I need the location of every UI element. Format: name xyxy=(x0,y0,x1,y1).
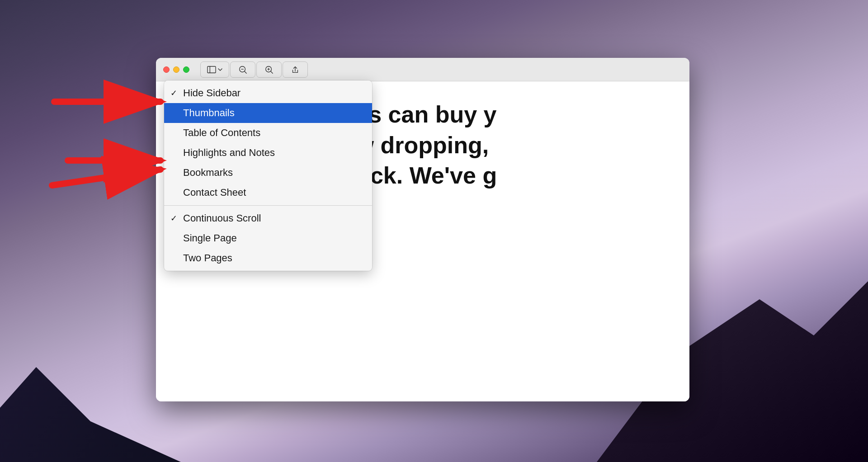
svg-rect-0 xyxy=(208,66,216,73)
zoom-in-button[interactable] xyxy=(256,61,282,78)
toolbar xyxy=(200,61,308,78)
menu-item-highlights-notes[interactable]: Highlights and Notes xyxy=(164,143,372,163)
close-button[interactable] xyxy=(163,66,170,73)
zoom-out-button[interactable] xyxy=(230,61,255,78)
svg-line-8 xyxy=(271,71,273,73)
menu-item-hide-sidebar[interactable]: ✓ Hide Sidebar xyxy=(164,83,372,103)
chevron-down-icon xyxy=(218,67,222,72)
traffic-lights xyxy=(163,66,189,73)
zoom-out-icon xyxy=(238,65,247,74)
checkmark-continuous-scroll: ✓ xyxy=(170,213,177,223)
menu-divider xyxy=(164,205,372,206)
sidebar-icon xyxy=(207,65,216,74)
share-icon xyxy=(291,65,300,74)
maximize-button[interactable] xyxy=(183,66,189,73)
menu-item-table-of-contents[interactable]: Table of Contents xyxy=(164,123,372,143)
minimize-button[interactable] xyxy=(173,66,179,73)
title-bar xyxy=(156,58,689,81)
menu-item-continuous-scroll[interactable]: ✓ Continuous Scroll xyxy=(164,208,372,228)
menu-item-thumbnails[interactable]: Thumbnails xyxy=(164,103,372,123)
menu-item-contact-sheet[interactable]: Contact Sheet xyxy=(164,183,372,203)
checkmark-hide-sidebar: ✓ xyxy=(170,88,177,98)
sidebar-dropdown-menu: ✓ Hide Sidebar Thumbnails Table of Conte… xyxy=(164,80,372,271)
menu-item-single-page[interactable]: Single Page xyxy=(164,228,372,248)
sidebar-toggle-button[interactable] xyxy=(200,61,229,78)
share-button[interactable] xyxy=(283,61,308,78)
svg-line-4 xyxy=(245,71,246,73)
menu-item-two-pages[interactable]: Two Pages xyxy=(164,248,372,268)
menu-item-bookmarks[interactable]: Bookmarks xyxy=(164,163,372,183)
zoom-in-icon xyxy=(264,65,274,74)
